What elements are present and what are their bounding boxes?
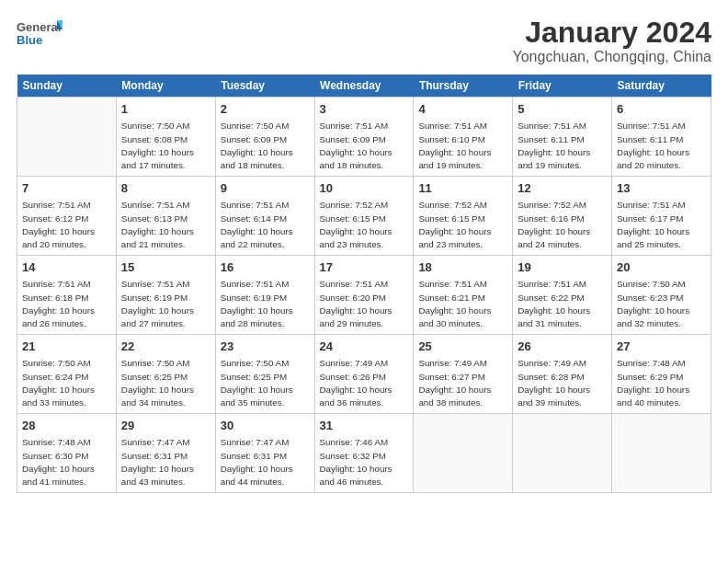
day-info: Sunrise: 7:51 AM Sunset: 6:11 PM Dayligh… [518, 120, 607, 172]
table-row [513, 414, 612, 493]
day-info: Sunrise: 7:51 AM Sunset: 6:10 PM Dayligh… [418, 120, 507, 172]
day-info: Sunrise: 7:52 AM Sunset: 6:15 PM Dayligh… [320, 199, 409, 251]
day-info: Sunrise: 7:50 AM Sunset: 6:08 PM Dayligh… [121, 120, 210, 172]
col-tuesday: Tuesday [215, 75, 314, 98]
day-number: 25 [418, 339, 507, 355]
day-number: 22 [121, 339, 210, 355]
day-info: Sunrise: 7:50 AM Sunset: 6:24 PM Dayligh… [22, 357, 111, 409]
table-row: 9Sunrise: 7:51 AM Sunset: 6:14 PM Daylig… [215, 177, 314, 256]
table-row: 5Sunrise: 7:51 AM Sunset: 6:11 PM Daylig… [513, 98, 612, 177]
table-row: 26Sunrise: 7:49 AM Sunset: 6:28 PM Dayli… [513, 335, 612, 414]
table-row: 27Sunrise: 7:48 AM Sunset: 6:29 PM Dayli… [612, 335, 711, 414]
day-number: 29 [121, 418, 210, 434]
calendar-page: General Blue January 2024 Yongchuan, Cho… [0, 0, 728, 563]
day-info: Sunrise: 7:51 AM Sunset: 6:12 PM Dayligh… [22, 199, 111, 251]
day-number: 4 [418, 101, 507, 118]
table-row: 17Sunrise: 7:51 AM Sunset: 6:20 PM Dayli… [314, 256, 414, 335]
header: General Blue January 2024 Yongchuan, Cho… [17, 17, 711, 65]
week-row: 21Sunrise: 7:50 AM Sunset: 6:24 PM Dayli… [17, 335, 711, 414]
header-row: Sunday Monday Tuesday Wednesday Thursday… [17, 75, 711, 98]
svg-text:General: General [17, 20, 61, 34]
day-info: Sunrise: 7:51 AM Sunset: 6:21 PM Dayligh… [418, 278, 507, 330]
table-row: 4Sunrise: 7:51 AM Sunset: 6:10 PM Daylig… [414, 98, 513, 177]
table-row: 15Sunrise: 7:51 AM Sunset: 6:19 PM Dayli… [116, 256, 215, 335]
day-info: Sunrise: 7:51 AM Sunset: 6:18 PM Dayligh… [22, 278, 111, 330]
table-row: 1Sunrise: 7:50 AM Sunset: 6:08 PM Daylig… [116, 98, 215, 177]
day-info: Sunrise: 7:48 AM Sunset: 6:30 PM Dayligh… [22, 436, 111, 488]
day-info: Sunrise: 7:49 AM Sunset: 6:28 PM Dayligh… [518, 357, 607, 409]
day-info: Sunrise: 7:46 AM Sunset: 6:32 PM Dayligh… [320, 436, 409, 488]
day-info: Sunrise: 7:51 AM Sunset: 6:19 PM Dayligh… [221, 278, 310, 330]
day-number: 23 [221, 339, 310, 355]
week-row: 7Sunrise: 7:51 AM Sunset: 6:12 PM Daylig… [17, 177, 711, 256]
day-number: 20 [617, 259, 706, 276]
table-row: 21Sunrise: 7:50 AM Sunset: 6:24 PM Dayli… [17, 335, 117, 414]
day-number: 10 [320, 180, 409, 197]
table-row: 13Sunrise: 7:51 AM Sunset: 6:17 PM Dayli… [612, 177, 711, 256]
logo: General Blue [17, 17, 63, 55]
table-row: 30Sunrise: 7:47 AM Sunset: 6:31 PM Dayli… [215, 414, 314, 493]
day-info: Sunrise: 7:50 AM Sunset: 6:25 PM Dayligh… [221, 357, 310, 409]
table-row: 16Sunrise: 7:51 AM Sunset: 6:19 PM Dayli… [215, 256, 314, 335]
table-row: 18Sunrise: 7:51 AM Sunset: 6:21 PM Dayli… [414, 256, 513, 335]
day-number: 30 [221, 418, 310, 434]
day-number: 18 [418, 259, 507, 276]
day-info: Sunrise: 7:51 AM Sunset: 6:09 PM Dayligh… [320, 120, 409, 172]
day-info: Sunrise: 7:51 AM Sunset: 6:20 PM Dayligh… [320, 278, 409, 330]
day-number: 3 [320, 101, 409, 118]
col-saturday: Saturday [612, 75, 711, 98]
col-friday: Friday [513, 75, 612, 98]
day-info: Sunrise: 7:48 AM Sunset: 6:29 PM Dayligh… [617, 357, 706, 409]
table-row: 11Sunrise: 7:52 AM Sunset: 6:15 PM Dayli… [414, 177, 513, 256]
day-number: 2 [221, 101, 310, 118]
day-info: Sunrise: 7:51 AM Sunset: 6:19 PM Dayligh… [121, 278, 210, 330]
table-row: 12Sunrise: 7:52 AM Sunset: 6:16 PM Dayli… [513, 177, 612, 256]
week-row: 14Sunrise: 7:51 AM Sunset: 6:18 PM Dayli… [17, 256, 711, 335]
table-row: 24Sunrise: 7:49 AM Sunset: 6:26 PM Dayli… [314, 335, 414, 414]
day-info: Sunrise: 7:52 AM Sunset: 6:16 PM Dayligh… [518, 199, 607, 251]
day-info: Sunrise: 7:50 AM Sunset: 6:09 PM Dayligh… [221, 120, 310, 172]
day-number: 5 [518, 101, 607, 118]
day-number: 9 [221, 180, 310, 197]
table-row: 8Sunrise: 7:51 AM Sunset: 6:13 PM Daylig… [116, 177, 215, 256]
table-row: 23Sunrise: 7:50 AM Sunset: 6:25 PM Dayli… [215, 335, 314, 414]
calendar-table: Sunday Monday Tuesday Wednesday Thursday… [17, 75, 711, 493]
day-number: 21 [22, 339, 111, 355]
calendar-title: January 2024 [513, 17, 711, 49]
table-row: 22Sunrise: 7:50 AM Sunset: 6:25 PM Dayli… [116, 335, 215, 414]
day-info: Sunrise: 7:51 AM Sunset: 6:14 PM Dayligh… [221, 199, 310, 251]
day-number: 17 [320, 259, 409, 276]
table-row: 14Sunrise: 7:51 AM Sunset: 6:18 PM Dayli… [17, 256, 117, 335]
day-info: Sunrise: 7:47 AM Sunset: 6:31 PM Dayligh… [121, 436, 210, 488]
table-row [414, 414, 513, 493]
day-number: 27 [617, 339, 706, 355]
day-number: 6 [617, 101, 706, 118]
table-row: 7Sunrise: 7:51 AM Sunset: 6:12 PM Daylig… [17, 177, 117, 256]
svg-text:Blue: Blue [17, 33, 42, 47]
day-number: 26 [518, 339, 607, 355]
table-row: 3Sunrise: 7:51 AM Sunset: 6:09 PM Daylig… [314, 98, 414, 177]
table-row: 31Sunrise: 7:46 AM Sunset: 6:32 PM Dayli… [314, 414, 414, 493]
day-number: 15 [121, 259, 210, 276]
table-row: 19Sunrise: 7:51 AM Sunset: 6:22 PM Dayli… [513, 256, 612, 335]
day-info: Sunrise: 7:50 AM Sunset: 6:23 PM Dayligh… [617, 278, 706, 330]
day-info: Sunrise: 7:51 AM Sunset: 6:22 PM Dayligh… [518, 278, 607, 330]
table-row: 10Sunrise: 7:52 AM Sunset: 6:15 PM Dayli… [314, 177, 414, 256]
calendar-subtitle: Yongchuan, Chongqing, China [513, 49, 711, 65]
day-number: 24 [320, 339, 409, 355]
table-row: 2Sunrise: 7:50 AM Sunset: 6:09 PM Daylig… [215, 98, 314, 177]
week-row: 1Sunrise: 7:50 AM Sunset: 6:08 PM Daylig… [17, 98, 711, 177]
table-row: 29Sunrise: 7:47 AM Sunset: 6:31 PM Dayli… [116, 414, 215, 493]
col-monday: Monday [116, 75, 215, 98]
day-number: 28 [22, 418, 111, 434]
day-number: 8 [121, 180, 210, 197]
table-row [17, 98, 117, 177]
table-row: 6Sunrise: 7:51 AM Sunset: 6:11 PM Daylig… [612, 98, 711, 177]
col-thursday: Thursday [414, 75, 513, 98]
col-wednesday: Wednesday [314, 75, 414, 98]
day-info: Sunrise: 7:47 AM Sunset: 6:31 PM Dayligh… [221, 436, 310, 488]
day-number: 14 [22, 259, 111, 276]
day-info: Sunrise: 7:51 AM Sunset: 6:17 PM Dayligh… [617, 199, 706, 251]
title-section: January 2024 Yongchuan, Chongqing, China [513, 17, 711, 65]
day-number: 7 [22, 180, 111, 197]
